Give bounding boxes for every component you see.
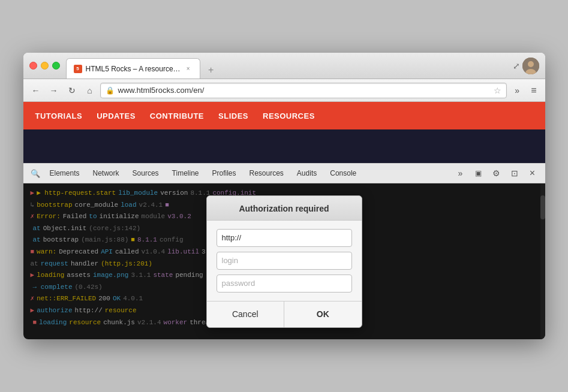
- devtools-tab-network[interactable]: Network: [87, 165, 125, 181]
- devtools-bar: 🔍 Elements Network Sources Timeline Prof…: [23, 163, 545, 183]
- window-controls-right: ⤢: [513, 58, 539, 74]
- overflow-button[interactable]: »: [509, 83, 525, 98]
- svg-point-1: [528, 61, 534, 67]
- active-tab[interactable]: 5 HTML5 Rocks – A resource… ×: [66, 58, 200, 79]
- devtools-search-button[interactable]: 🔍: [28, 166, 43, 180]
- tab-favicon: 5: [74, 65, 82, 73]
- minimize-window-button[interactable]: [41, 62, 49, 70]
- site-nav-updates[interactable]: UPDATES: [97, 111, 136, 120]
- auth-dialog: Authorization required Cancel OK: [206, 195, 362, 328]
- auth-password-input[interactable]: [217, 275, 352, 293]
- auth-ok-button[interactable]: OK: [284, 301, 362, 327]
- auth-dialog-body: [207, 221, 362, 301]
- title-bar: 5 HTML5 Rocks – A resource… × + ⤢: [23, 53, 545, 79]
- devtools-tab-profiles[interactable]: Profiles: [206, 165, 242, 181]
- site-nav-contribute[interactable]: CONTRIBUTE: [150, 111, 204, 120]
- browser-window: 5 HTML5 Rocks – A resource… × + ⤢ ← → ↻ …: [23, 53, 545, 339]
- nav-bar: ← → ↻ ⌂ 🔒 www.html5rocks.com/en/ ☆ » ≡: [23, 79, 545, 102]
- devtools-tab-resources[interactable]: Resources: [244, 165, 290, 181]
- back-button[interactable]: ←: [28, 83, 44, 98]
- devtools-close-button[interactable]: ×: [525, 165, 540, 181]
- refresh-button[interactable]: ↻: [64, 83, 80, 98]
- bookmark-icon[interactable]: ☆: [494, 86, 501, 95]
- avatar: [522, 58, 539, 74]
- maximize-window-button[interactable]: [52, 62, 60, 70]
- tab-title: HTML5 Rocks – A resource…: [86, 65, 181, 73]
- forward-button[interactable]: →: [46, 83, 62, 98]
- devtools-overflow-button[interactable]: »: [453, 165, 468, 181]
- tab-area: 5 HTML5 Rocks – A resource… × +: [66, 53, 220, 79]
- traffic-lights: [29, 62, 60, 70]
- console-wrapper: ▶▶ http-request.startlib_moduleversion8.…: [23, 183, 545, 339]
- new-tab-button[interactable]: +: [203, 62, 220, 79]
- website-header: TUTORIALS UPDATES CONTRIBUTE SLIDES RESO…: [23, 102, 545, 129]
- address-bar[interactable]: 🔒 www.html5rocks.com/en/ ☆: [100, 83, 507, 98]
- home-button[interactable]: ⌂: [82, 83, 98, 98]
- auth-login-input[interactable]: [217, 252, 352, 270]
- address-icon: 🔒: [106, 86, 115, 95]
- modal-overlay: Authorization required Cancel OK: [23, 183, 545, 339]
- address-text: www.html5rocks.com/en/: [118, 86, 491, 95]
- auth-dialog-header: Authorization required: [207, 196, 362, 221]
- devtools-right-controls: » ▣ ⚙ ⊡ ×: [453, 165, 540, 181]
- browser-content: TUTORIALS UPDATES CONTRIBUTE SLIDES RESO…: [23, 102, 545, 339]
- site-nav-slides[interactable]: SLIDES: [218, 111, 248, 120]
- close-window-button[interactable]: [29, 62, 37, 70]
- devtools-dock-button[interactable]: ⊡: [507, 165, 522, 181]
- auth-cancel-button[interactable]: Cancel: [207, 301, 285, 327]
- devtools-tab-sources[interactable]: Sources: [127, 165, 165, 181]
- auth-url-input[interactable]: [217, 229, 352, 247]
- devtools-tab-console[interactable]: Console: [324, 165, 362, 181]
- devtools-settings-button[interactable]: ⚙: [489, 165, 504, 181]
- devtools-tab-audits[interactable]: Audits: [291, 165, 323, 181]
- site-nav-resources[interactable]: RESOURCES: [263, 111, 315, 120]
- site-banner: [23, 129, 545, 163]
- tab-close-button[interactable]: ×: [184, 65, 193, 73]
- devtools-screencast-button[interactable]: ▣: [471, 165, 486, 181]
- devtools-tab-timeline[interactable]: Timeline: [166, 165, 205, 181]
- site-nav-tutorials[interactable]: TUTORIALS: [35, 111, 83, 120]
- devtools-tab-elements[interactable]: Elements: [44, 165, 86, 181]
- auth-dialog-footer: Cancel OK: [207, 301, 362, 327]
- auth-dialog-title: Authorization required: [239, 204, 329, 213]
- menu-button[interactable]: ≡: [527, 84, 540, 97]
- expand-icon[interactable]: ⤢: [513, 61, 520, 71]
